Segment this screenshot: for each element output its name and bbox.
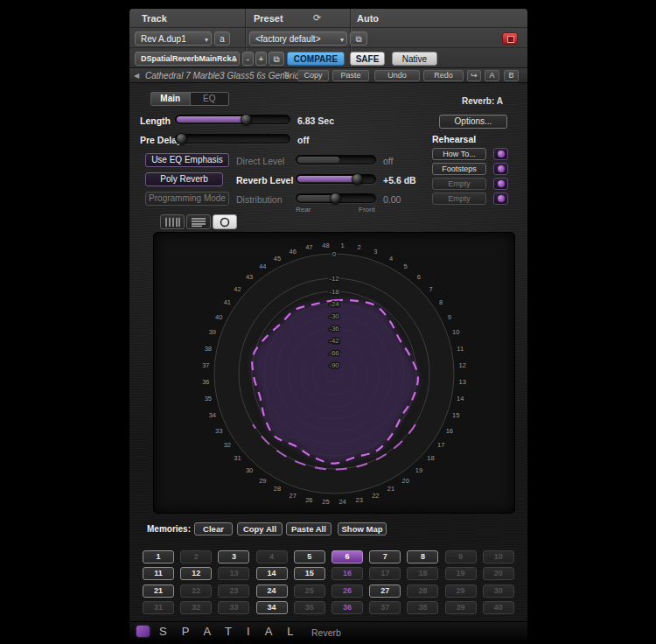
memory-slot-34[interactable]: 34 bbox=[256, 601, 288, 614]
memory-slot-32[interactable]: 32 bbox=[180, 601, 212, 614]
poly-reverb-button[interactable]: Poly Reverb bbox=[145, 172, 223, 186]
memory-slot-33[interactable]: 33 bbox=[218, 601, 249, 614]
rehearsal-title: Rehearsal bbox=[432, 134, 476, 144]
back-arrow-icon[interactable]: ◀ bbox=[134, 72, 139, 80]
memory-slot-3[interactable]: 3 bbox=[218, 550, 249, 564]
memory-slot-21[interactable]: 21 bbox=[143, 584, 174, 598]
memory-slot-5[interactable]: 5 bbox=[294, 550, 325, 564]
memory-slot-19[interactable]: 19 bbox=[445, 567, 477, 580]
memory-slot-40[interactable]: 40 bbox=[483, 601, 514, 614]
slider-thumb[interactable] bbox=[352, 173, 363, 185]
memory-slot-36[interactable]: 36 bbox=[331, 601, 363, 614]
svg-text:-18: -18 bbox=[329, 288, 339, 296]
slider-thumb[interactable] bbox=[241, 114, 252, 125]
svg-text:48: 48 bbox=[322, 242, 329, 249]
rehearsal-button-2[interactable]: Footsteps bbox=[432, 163, 486, 175]
copy-settings-button[interactable]: Copy bbox=[297, 70, 329, 81]
length-slider[interactable] bbox=[175, 115, 290, 124]
undo-button[interactable]: Undo bbox=[374, 70, 420, 81]
memory-slot-12[interactable]: 12 bbox=[180, 567, 212, 580]
preset-copy-button[interactable]: ⧉ bbox=[350, 32, 367, 46]
memories-paste-all-button[interactable]: Paste All bbox=[286, 522, 331, 536]
memory-slot-37[interactable]: 37 bbox=[369, 601, 401, 614]
memory-slot-14[interactable]: 14 bbox=[256, 567, 288, 580]
distribution-slider[interactable] bbox=[296, 193, 376, 203]
redo-arrow-icon[interactable]: ↪ bbox=[467, 70, 481, 81]
display-mode-circle-button[interactable] bbox=[213, 214, 237, 229]
setting-name[interactable]: Cathedral 7 Marble3 Glass5 6s Generic bbox=[145, 71, 299, 80]
rehearsal-button-4[interactable]: Empty bbox=[432, 192, 486, 205]
memory-slot-18[interactable]: 18 bbox=[407, 567, 438, 580]
display-mode-lines-button[interactable] bbox=[186, 214, 211, 229]
options-button[interactable]: Options... bbox=[439, 115, 507, 129]
memory-slot-22[interactable]: 22 bbox=[180, 584, 212, 598]
tab-eq[interactable]: EQ bbox=[191, 93, 229, 105]
rehearsal-button-3[interactable]: Empty bbox=[432, 178, 486, 190]
memory-slot-24[interactable]: 24 bbox=[256, 584, 288, 598]
memory-slot-9[interactable]: 9 bbox=[445, 550, 477, 564]
rehearsal-led-button-4[interactable] bbox=[493, 192, 508, 205]
setting-stepper-icon[interactable]: ⇅ bbox=[283, 70, 290, 80]
rehearsal-led-button-2[interactable] bbox=[493, 163, 508, 175]
redo-button[interactable]: Redo bbox=[423, 70, 464, 81]
memories-clear-button[interactable]: Clear bbox=[194, 522, 233, 536]
librarian-icon[interactable]: ⟳ bbox=[313, 12, 321, 24]
chevron-down-icon: ▾ bbox=[340, 34, 344, 46]
memory-slot-26[interactable]: 26 bbox=[331, 584, 363, 598]
memory-slot-29[interactable]: 29 bbox=[445, 584, 477, 598]
next-preset-button[interactable]: + bbox=[255, 52, 267, 66]
rehearsal-led-button-1[interactable] bbox=[493, 148, 508, 160]
svg-text:37: 37 bbox=[202, 361, 209, 369]
compare-button[interactable]: COMPARE bbox=[287, 52, 345, 66]
memory-slot-16[interactable]: 16 bbox=[331, 567, 363, 580]
memory-slot-39[interactable]: 39 bbox=[445, 601, 477, 614]
paste-settings-button[interactable]: Paste bbox=[332, 70, 369, 81]
tab-main[interactable]: Main bbox=[151, 93, 191, 105]
memory-slot-11[interactable]: 11 bbox=[143, 567, 174, 580]
plugin-copy-button[interactable]: ⧉ bbox=[269, 52, 284, 66]
native-selector[interactable]: Native bbox=[392, 52, 437, 66]
memory-slot-38[interactable]: 38 bbox=[407, 601, 438, 614]
track-letter-button[interactable]: a bbox=[214, 32, 230, 46]
memory-slot-35[interactable]: 35 bbox=[294, 601, 325, 614]
slider-thumb[interactable] bbox=[330, 192, 341, 204]
pre-delay-slider[interactable] bbox=[175, 134, 290, 144]
spatial-map-display[interactable]: 0-12-18-24-30-36-42-66-90123456789101112… bbox=[153, 232, 515, 514]
track-selector-dropdown[interactable]: Rev A.dup1▾ bbox=[135, 32, 212, 46]
memory-slot-31[interactable]: 31 bbox=[143, 601, 174, 614]
memory-slot-2[interactable]: 2 bbox=[180, 550, 212, 564]
memory-slot-7[interactable]: 7 bbox=[369, 550, 401, 564]
memory-slot-4[interactable]: 4 bbox=[256, 550, 288, 564]
reverb-level-slider[interactable] bbox=[296, 174, 376, 184]
plugin-selector-dropdown[interactable]: DSpatialReverbMainRckA▾ bbox=[135, 52, 240, 66]
memory-slot-10[interactable]: 10 bbox=[483, 550, 514, 564]
memory-slot-8[interactable]: 8 bbox=[407, 550, 438, 564]
memories-copy-all-button[interactable]: Copy All bbox=[237, 522, 283, 536]
slider-thumb[interactable] bbox=[176, 133, 187, 144]
rehearsal-button-1[interactable]: How To... bbox=[432, 148, 486, 160]
target-button[interactable] bbox=[502, 32, 518, 45]
memory-slot-30[interactable]: 30 bbox=[483, 584, 514, 598]
setting-a-button[interactable]: A bbox=[485, 70, 499, 81]
memory-slot-20[interactable]: 20 bbox=[483, 567, 514, 580]
memory-slot-27[interactable]: 27 bbox=[369, 584, 401, 598]
memory-slot-6[interactable]: 6 bbox=[331, 550, 363, 564]
memory-slot-23[interactable]: 23 bbox=[218, 584, 249, 598]
rehearsal-led-button-3[interactable] bbox=[493, 178, 508, 190]
previous-preset-button[interactable]: - bbox=[242, 52, 254, 66]
memories-show-map-button[interactable]: Show Map bbox=[338, 522, 387, 536]
svg-text:35: 35 bbox=[205, 395, 212, 402]
memory-slot-17[interactable]: 17 bbox=[369, 567, 401, 580]
memory-slot-15[interactable]: 15 bbox=[294, 567, 325, 580]
memory-slot-1[interactable]: 1 bbox=[143, 550, 174, 564]
display-mode-bars-button[interactable] bbox=[160, 214, 185, 229]
safe-button[interactable]: SAFE bbox=[350, 52, 385, 66]
programming-mode-button[interactable]: Programming Mode bbox=[145, 192, 229, 206]
use-eq-emphasis-button[interactable]: Use EQ Emphasis bbox=[145, 153, 229, 167]
memory-slot-13[interactable]: 13 bbox=[218, 567, 249, 580]
setting-b-button[interactable]: B bbox=[504, 70, 519, 81]
direct-level-slider[interactable] bbox=[296, 155, 376, 164]
memory-slot-28[interactable]: 28 bbox=[407, 584, 438, 598]
preset-selector-dropdown[interactable]: <factory default>▾ bbox=[249, 32, 347, 46]
memory-slot-25[interactable]: 25 bbox=[294, 584, 325, 598]
